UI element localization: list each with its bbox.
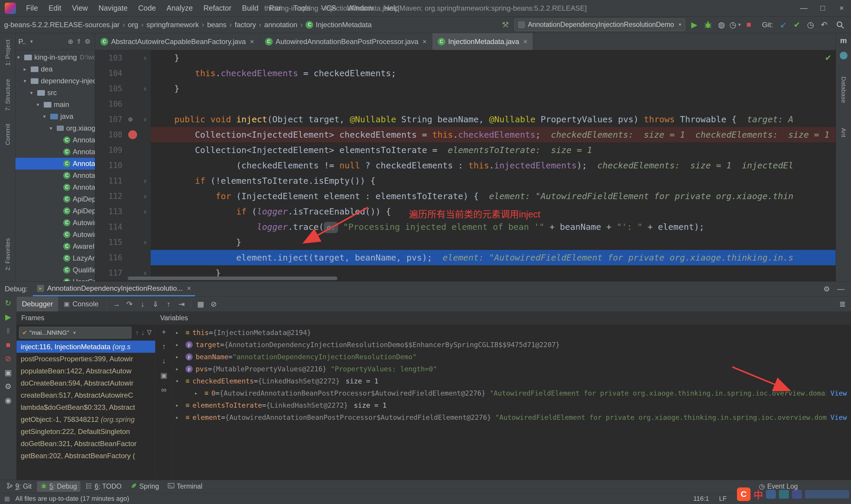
- fold-marker-icon[interactable]: [140, 96, 151, 112]
- tool-button-commit[interactable]: Commit: [4, 119, 11, 150]
- toggle-icon[interactable]: ▸: [176, 414, 185, 420]
- tab-debugger[interactable]: Debugger: [17, 296, 58, 311]
- frame-row[interactable]: doCreateBean:594, AbstractAutowir: [17, 377, 155, 389]
- close-tab-icon[interactable]: ×: [523, 37, 527, 46]
- chevron-down-icon[interactable]: ▾: [30, 38, 33, 44]
- fold-marker-icon[interactable]: ∨: [140, 112, 151, 127]
- view-link[interactable]: View: [827, 414, 851, 421]
- editor-line-115[interactable]: 115∧ }: [95, 235, 836, 250]
- show-execution-point-icon[interactable]: →: [110, 300, 123, 308]
- tree-toggle-icon[interactable]: ▸: [24, 66, 31, 72]
- resume-icon[interactable]: ▶: [5, 312, 11, 322]
- frame-row[interactable]: doGetBean:321, AbstractBeanFactor: [17, 437, 155, 450]
- tree-item-org-xiaoge-t[interactable]: ▾org.xiaoge.t: [15, 122, 95, 134]
- editor-line-103[interactable]: 103∧ }: [95, 50, 836, 66]
- editor-line-110[interactable]: 110 (checkedElements != null ? checkedEl…: [95, 158, 836, 173]
- toolwindow-spring[interactable]: Spring: [127, 481, 163, 492]
- toggle-icon[interactable]: ▸: [176, 342, 185, 348]
- frame-row[interactable]: populateBean:1422, AbstractAutow: [17, 365, 155, 377]
- update-project-icon[interactable]: ↙: [777, 18, 790, 31]
- menu-item-file[interactable]: File: [21, 0, 43, 16]
- toggle-icon[interactable]: ▸: [176, 402, 185, 408]
- tab-autowiredannotationbeanpostprocessor-java[interactable]: CAutowiredAnnotationBeanPostProcessor.ja…: [260, 33, 432, 50]
- editor-line-105[interactable]: 105∧ }: [95, 81, 836, 96]
- editor-line-106[interactable]: 106: [95, 96, 836, 112]
- breadcrumb-item-injectionmetadata[interactable]: CInjectionMetadata: [306, 21, 372, 29]
- toggle-icon[interactable]: ▸: [176, 329, 185, 336]
- toolwindow-switcher-icon[interactable]: ▦: [4, 495, 10, 502]
- fold-marker-icon[interactable]: [140, 250, 151, 265]
- tool-button-ant[interactable]: Ant: [840, 123, 847, 142]
- frame-row[interactable]: lambda$doGetBean$0:323, Abstract: [17, 401, 155, 413]
- tree-item-main[interactable]: ▾main: [15, 99, 95, 110]
- fold-marker-icon[interactable]: ∧: [140, 235, 151, 250]
- tree-item-autowiri[interactable]: CAutowiri: [15, 229, 95, 240]
- tab-console[interactable]: ▣ Console: [58, 296, 104, 311]
- tree-toggle-icon[interactable]: ▾: [17, 54, 24, 60]
- variable-row-0[interactable]: ▸≡0 = {AutowiredAnnotationBeanPostProces…: [173, 387, 851, 399]
- tree-toggle-icon[interactable]: ▾: [30, 90, 37, 96]
- variable-row-this[interactable]: ▸≡this = {InjectionMetadata@2194}: [173, 326, 851, 339]
- arrow-up-icon[interactable]: ↑: [162, 342, 166, 351]
- editor-line-104[interactable]: 104 this.checkedElements = checkedElemen…: [95, 66, 836, 81]
- editor-line-108[interactable]: 108 Collection<InjectedElement> checkedE…: [95, 127, 836, 142]
- gutter-icon-area[interactable]: [126, 188, 140, 204]
- frame-row[interactable]: getObject:-1, 758348212 (org.spring: [17, 413, 155, 426]
- tree-toggle-icon[interactable]: ▾: [37, 102, 44, 108]
- tree-item-awareint[interactable]: CAwareInt: [15, 240, 95, 252]
- gutter-icon-area[interactable]: [126, 204, 140, 219]
- toggle-icon[interactable]: ▾: [176, 378, 185, 384]
- copy-icon[interactable]: ▣: [160, 371, 167, 380]
- toggle-icon[interactable]: ▸: [176, 354, 185, 360]
- tool-button-1-project[interactable]: 1: Project: [4, 35, 11, 71]
- editor[interactable]: 103∧ }104 this.checkedElements = checked…: [95, 50, 836, 281]
- fold-marker-icon[interactable]: [140, 66, 151, 81]
- tree-item-dependency-injection[interactable]: ▾dependency-injection: [15, 75, 95, 87]
- pin-icon[interactable]: ◉: [5, 396, 12, 405]
- tree-item-annotati[interactable]: CAnnotati: [15, 158, 95, 169]
- tree-item-apidepe[interactable]: CApiDepe: [15, 193, 95, 205]
- editor-line-116[interactable]: 116 element.inject(target, beanName, pvs…: [95, 250, 836, 265]
- tree-item-annotati[interactable]: CAnnotati: [15, 146, 95, 158]
- gutter-icon-area[interactable]: [126, 219, 140, 235]
- profiler-icon[interactable]: ◷▾: [728, 18, 742, 31]
- line-separator[interactable]: LF: [719, 495, 727, 503]
- override-marker-icon[interactable]: ⊙: [128, 112, 132, 127]
- add-watch-icon[interactable]: +: [162, 328, 166, 336]
- variable-row-target[interactable]: ▸ptarget = {AnnotationDependencyInjectio…: [173, 339, 851, 351]
- fold-marker-icon[interactable]: [140, 158, 151, 173]
- tree-item-lazyann[interactable]: CLazyAnn: [15, 252, 95, 264]
- gutter-icon-area[interactable]: [126, 142, 140, 158]
- evaluate-icon[interactable]: ∞: [161, 385, 167, 394]
- editor-line-107[interactable]: 107⊙∨ public void inject(Object target, …: [95, 112, 836, 127]
- step-out-icon[interactable]: ↑: [162, 300, 175, 308]
- tree-toggle-icon[interactable]: ▾: [24, 78, 31, 84]
- breadcrumb-item-org[interactable]: org: [128, 21, 138, 29]
- rerun-icon[interactable]: ↻: [5, 299, 12, 308]
- frame-row[interactable]: createBean:517, AbstractAutowireC: [17, 389, 155, 401]
- gear-icon[interactable]: ⚙: [823, 285, 830, 293]
- layout-settings-icon[interactable]: ≣: [839, 300, 851, 309]
- plugin-tool-icon[interactable]: [840, 52, 848, 59]
- breadcrumb-item-springframework[interactable]: springframework: [147, 21, 199, 29]
- tree-item-usergro[interactable]: CUserGro: [15, 276, 95, 281]
- pause-icon[interactable]: ‖: [6, 326, 10, 336]
- frame-row[interactable]: getBean:202, AbstractBeanFactory (: [17, 450, 155, 462]
- gear-icon[interactable]: ⚙: [83, 38, 92, 46]
- tree-toggle-icon[interactable]: ▾: [43, 113, 50, 120]
- arrow-up-icon[interactable]: ↑: [134, 329, 140, 337]
- close-icon[interactable]: ×: [187, 284, 191, 292]
- fold-marker-icon[interactable]: [140, 142, 151, 158]
- gutter-icon-area[interactable]: ⊙: [126, 112, 140, 127]
- debug-session-tab[interactable]: ▶ AnnotationDependencyInjectionResolutio…: [33, 282, 195, 296]
- mute-breakpoints-icon[interactable]: ⊘: [5, 354, 12, 363]
- history-icon[interactable]: ◷: [804, 18, 817, 31]
- editor-line-114[interactable]: 114 logger.trace(o: "Processing injected…: [95, 219, 836, 235]
- tree-item-annotati[interactable]: CAnnotati: [15, 169, 95, 181]
- debug-icon[interactable]: [701, 18, 715, 31]
- stop-icon[interactable]: ■: [6, 340, 11, 349]
- close-tab-icon[interactable]: ×: [250, 37, 254, 46]
- editor-line-112[interactable]: 112∨ for (InjectedElement element : elem…: [95, 188, 836, 204]
- horizontal-scrollbar[interactable]: [128, 276, 338, 280]
- gutter-icon-area[interactable]: [126, 158, 140, 173]
